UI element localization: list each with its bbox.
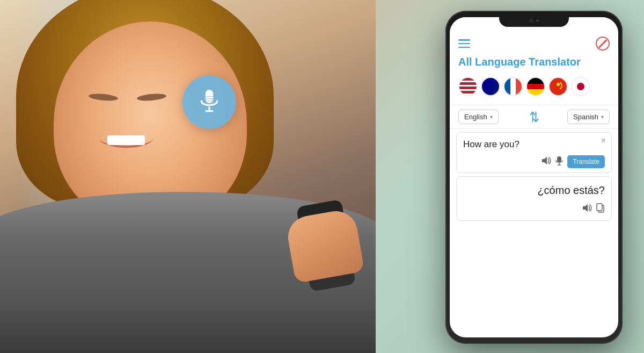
output-text-box: ¿cómo estás? (456, 176, 612, 221)
microphone-icon (196, 89, 223, 116)
speaker-icon[interactable] (541, 156, 551, 167)
input-text-content: How are you? (463, 139, 605, 150)
flag-cn[interactable] (548, 77, 568, 96)
svg-rect-12 (597, 204, 602, 211)
source-chevron-icon: ▾ (490, 114, 493, 120)
translate-button[interactable]: Translate (567, 155, 605, 168)
target-chevron-icon: ▾ (601, 114, 604, 120)
language-bar: English ▾ Spanish ▾ (450, 105, 618, 129)
svg-rect-7 (557, 156, 561, 162)
source-language-label: English (464, 113, 487, 121)
flag-de[interactable] (526, 77, 545, 96)
no-ads-icon[interactable] (596, 37, 610, 51)
svg-marker-6 (542, 157, 547, 164)
target-language-label: Spanish (573, 113, 598, 121)
app-title: All Language Translator (450, 55, 618, 74)
copy-icon[interactable] (596, 203, 605, 215)
svg-marker-10 (583, 204, 588, 212)
output-text-content: ¿cómo estás? (463, 184, 605, 197)
input-text-box[interactable]: × How are you? (456, 132, 612, 173)
output-controls (463, 203, 605, 215)
source-language-select[interactable]: English ▾ (458, 110, 499, 124)
flag-fr[interactable] (503, 77, 523, 96)
flag-jp[interactable] (571, 77, 590, 96)
target-language-select[interactable]: Spanish ▾ (567, 110, 610, 124)
mic-input-icon[interactable] (555, 156, 563, 168)
flag-au[interactable] (481, 77, 500, 96)
flags-row (450, 74, 618, 102)
input-controls: Translate (463, 155, 605, 168)
woman-photo-area (0, 0, 376, 353)
smartphone: All Language Translator English (445, 11, 623, 344)
flag-us[interactable] (458, 77, 478, 96)
clear-input-button[interactable]: × (601, 136, 606, 146)
mic-bubble (182, 75, 236, 129)
hamburger-menu-icon[interactable] (458, 39, 470, 48)
swap-languages-icon[interactable] (527, 111, 538, 123)
output-speaker-icon[interactable] (582, 204, 592, 214)
phone-screen: All Language Translator English (450, 17, 618, 337)
